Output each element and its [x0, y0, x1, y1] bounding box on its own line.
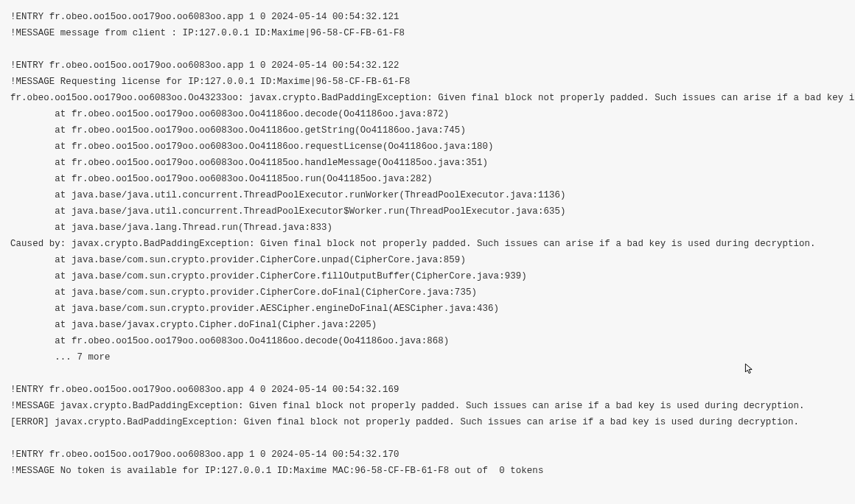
log-output: !ENTRY fr.obeo.oo15oo.oo179oo.oo6083oo.a… [0, 0, 855, 488]
